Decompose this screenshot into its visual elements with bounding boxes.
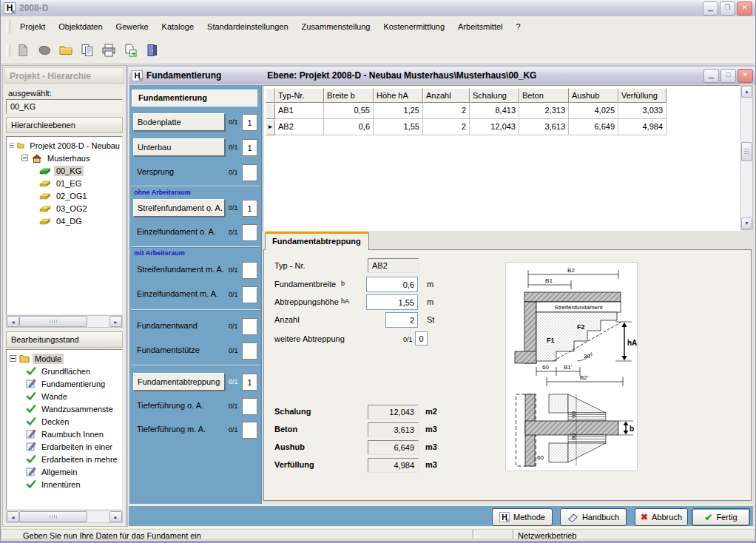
count-input[interactable]	[242, 200, 257, 217]
module-close-button[interactable]: ✕	[738, 69, 753, 83]
scroll-right-icon[interactable]: ►	[109, 511, 122, 522]
scroll-up-icon[interactable]: ▲	[741, 86, 752, 98]
methode-button[interactable]: H M Methode	[492, 508, 553, 526]
menu-item-objektdaten[interactable]: Objektdaten	[52, 19, 109, 34]
menubar-grip[interactable]	[7, 20, 10, 33]
fertig-button[interactable]: ✔ Fertig	[692, 508, 750, 526]
abtreppungshoehe-input[interactable]	[366, 294, 418, 310]
cell[interactable]: 3,613	[519, 119, 569, 135]
menu-item-projekt[interactable]: Projekt	[13, 19, 52, 34]
weitere-abtreppung-input[interactable]	[415, 331, 428, 345]
progress-item-innentueren[interactable]: Innentüren	[10, 478, 122, 490]
cell[interactable]: 2,313	[519, 103, 569, 119]
tree-item-03-og2[interactable]: 03_OG2	[10, 202, 122, 215]
module-h-scrollbar[interactable]: ◄ ►	[6, 510, 123, 523]
count-input[interactable]	[242, 398, 257, 415]
anzahl-input[interactable]	[385, 312, 418, 328]
progress-item-raumbuch-innen[interactable]: Raumbuch Innen	[10, 428, 122, 440]
scroll-thumb[interactable]	[19, 511, 87, 522]
cell[interactable]: 4,025	[569, 103, 618, 119]
menu-item-arbeitsmittel[interactable]: Arbeitsmittel	[451, 19, 510, 34]
restore-button[interactable]: ❐	[720, 1, 735, 16]
cell[interactable]: 0,6	[324, 119, 374, 135]
menu-item-standardeinstellungen[interactable]: Standardeinstellungen	[200, 19, 294, 34]
toolbar-new-button[interactable]	[13, 41, 33, 60]
progress-item-waende[interactable]: Wände	[10, 390, 122, 402]
einzelfundament-ma-label[interactable]: Einzelfundament m. A.	[133, 286, 225, 303]
module-maximize-button[interactable]: □	[720, 69, 736, 83]
streifenfundament-oa-button[interactable]: Streifenfundament o. A.	[133, 199, 225, 217]
selected-value-field[interactable]: 00_KG	[6, 99, 123, 114]
column-header[interactable]: Anzahl	[423, 88, 470, 103]
progress-item-allgemein[interactable]: Allgemein	[10, 465, 122, 478]
column-header[interactable]: Breite b	[324, 88, 374, 103]
count-input[interactable]	[242, 422, 257, 439]
cell[interactable]: 1,25	[374, 103, 423, 119]
column-header[interactable]: Schalung	[470, 88, 519, 103]
scroll-thumb[interactable]	[19, 316, 87, 327]
scroll-thumb[interactable]	[741, 142, 752, 161]
progress-item-erdarbeiten-mehre[interactable]: Erdarbeiten in mehre	[10, 453, 122, 465]
scroll-left-icon[interactable]: ◄	[7, 316, 19, 327]
cell[interactable]: AB1	[275, 103, 324, 119]
menu-item-zusammenstellung[interactable]: Zusammenstellung	[295, 19, 377, 34]
cell[interactable]: 2	[423, 119, 470, 135]
unterbau-button[interactable]: Unterbau	[133, 138, 225, 156]
progress-item-decken[interactable]: Decken	[10, 415, 122, 428]
tree-item-musterhaus[interactable]: Musterhaus	[10, 152, 122, 164]
column-header[interactable]: Beton	[519, 88, 569, 103]
cell[interactable]: AB2	[275, 119, 324, 135]
bodenplatte-button[interactable]: Bodenplatte	[133, 113, 225, 131]
count-input[interactable]	[242, 374, 257, 391]
cell[interactable]: 2	[423, 103, 470, 119]
table-row-active[interactable]: ► AB2 0,6 1,55 2 12,043 3,613 6,649 4,98…	[266, 119, 666, 135]
collapse-icon[interactable]	[21, 155, 28, 161]
tree-item-01-eg[interactable]: 01_EG	[10, 177, 122, 189]
hierarchy-h-scrollbar[interactable]: ◄ ►	[6, 315, 123, 328]
count-input[interactable]	[242, 164, 257, 181]
abbruch-button[interactable]: ✖ Abbruch	[635, 508, 688, 526]
cell[interactable]: 6,649	[569, 119, 618, 135]
tree-item-project-root[interactable]: Projekt 2008-D - Neubau	[10, 139, 122, 152]
fundamentstuetze-label[interactable]: Fundamentstütze	[133, 342, 225, 360]
progress-panel-header[interactable]: Bearbeitungsstand	[6, 331, 123, 348]
progress-item-erdarbeiten-einer[interactable]: Erdarbeiten in einer	[10, 440, 122, 453]
tree-item-00-kg[interactable]: 00_KG	[10, 164, 122, 177]
cell[interactable]: 0,55	[324, 103, 374, 119]
fundamentbreite-input[interactable]	[366, 277, 418, 292]
module-minimize-button[interactable]: ▁	[703, 69, 719, 83]
versprung-label[interactable]: Versprung	[133, 163, 225, 181]
progress-item-wandzusammenstellung[interactable]: Wandzusammenste	[10, 402, 122, 415]
cell[interactable]: 8,413	[470, 103, 519, 119]
count-input[interactable]	[242, 224, 257, 241]
fundamentabtreppung-button[interactable]: Fundamentabtreppung	[133, 373, 225, 391]
toolbar-export-button[interactable]	[121, 41, 140, 60]
count-input[interactable]	[242, 343, 257, 360]
handbuch-button[interactable]: Handbuch	[560, 508, 627, 526]
cell[interactable]: 3,033	[618, 103, 666, 119]
count-input[interactable]	[242, 318, 257, 335]
fundamentwand-label[interactable]: Fundamentwand	[133, 317, 225, 335]
toolbar-grip[interactable]	[7, 44, 10, 57]
toolbar-copy-button[interactable]	[78, 41, 97, 60]
tree-item-module-root[interactable]: Module	[10, 352, 122, 365]
toolbar-open-folder-button[interactable]	[56, 41, 75, 60]
tree-item-02-og1[interactable]: 02_OG1	[10, 189, 122, 202]
minimize-button[interactable]: ▁	[703, 1, 718, 16]
menu-item-gewerke[interactable]: Gewerke	[109, 19, 155, 34]
column-header[interactable]: Verfüllung	[618, 88, 666, 103]
scroll-left-icon[interactable]: ◄	[7, 511, 19, 522]
tieferfuehrung-ma-label[interactable]: Tieferführung m. A.	[133, 421, 225, 439]
toolbar-exit-button[interactable]	[142, 41, 161, 60]
collapse-icon[interactable]	[10, 142, 14, 149]
toolbar-binder-button[interactable]	[35, 41, 54, 60]
menu-item-kataloge[interactable]: Kataloge	[155, 19, 200, 34]
tree-item-04-dg[interactable]: 04_DG	[10, 215, 122, 227]
progress-item-fundamentierung[interactable]: Fundamentierung	[10, 377, 122, 390]
einzelfundament-oa-label[interactable]: Einzelfundament o. A.	[133, 223, 225, 241]
tab-fundamentabtreppung[interactable]: Fundamentabtreppung	[265, 232, 369, 250]
scroll-right-icon[interactable]: ►	[109, 316, 122, 327]
table-row[interactable]: AB1 0,55 1,25 2 8,413 2,313 4,025 3,033	[266, 103, 666, 119]
count-input[interactable]	[242, 139, 257, 156]
cell[interactable]: 4,984	[618, 119, 666, 135]
